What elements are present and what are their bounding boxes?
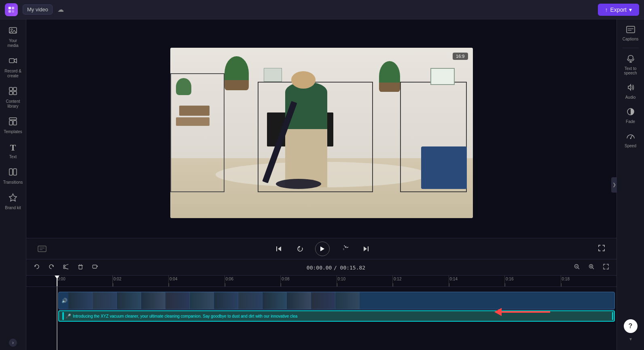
timeline-tracks: 🔊	[26, 287, 616, 350]
current-time: 00:00.00	[307, 265, 332, 271]
sidebar-label-templates: Templates	[4, 129, 22, 134]
sidebar-item-transitions[interactable]: Transitions	[2, 164, 24, 188]
right-sidebar-bottom: ? ▾	[624, 319, 638, 347]
svg-rect-1	[12, 6, 14, 9]
sidebar-label-your-media: Your media	[3, 38, 23, 48]
right-sidebar: Captions Text to speech	[616, 19, 644, 350]
timeline-toolbar: 00:00.00 / 00:15.82	[26, 259, 616, 276]
add-to-timeline-button[interactable]	[89, 262, 101, 273]
center-area: 16:9	[26, 19, 616, 350]
video-track-content[interactable]: 🔊	[58, 292, 615, 310]
export-chevron-icon: ▾	[629, 6, 632, 13]
right-sidebar-collapse-button[interactable]: ❯	[611, 177, 617, 193]
svg-rect-39	[93, 265, 97, 268]
right-label-audio: Audio	[625, 95, 636, 100]
right-item-audio[interactable]: Audio	[619, 80, 642, 103]
svg-point-57	[630, 138, 631, 139]
sidebar-item-record-create[interactable]: Record & create	[2, 53, 24, 82]
scissors-button[interactable]	[60, 262, 72, 273]
video-player[interactable]: 16:9	[170, 48, 473, 218]
right-item-fade[interactable]: Fade	[619, 104, 642, 127]
svg-rect-35	[79, 265, 82, 269]
playback-controls: 5 5	[26, 238, 616, 259]
svg-point-31	[64, 265, 65, 267]
sidebar-item-brand-kit[interactable]: Brand kit	[2, 190, 24, 214]
help-button[interactable]: ?	[624, 319, 638, 333]
video-track-row: 🔊	[26, 290, 616, 311]
svg-text:5: 5	[343, 248, 344, 250]
sidebar-item-your-media[interactable]: Your media	[2, 23, 24, 51]
svg-line-46	[593, 268, 594, 269]
fullscreen-button[interactable]	[595, 243, 608, 255]
record-icon	[8, 56, 17, 67]
svg-rect-17	[38, 246, 46, 252]
svg-rect-9	[9, 91, 13, 95]
svg-rect-8	[13, 87, 17, 91]
right-label-text-to-speech: Text to speech	[621, 66, 641, 75]
left-sidebar: Your media Record & create Content lib	[0, 19, 26, 350]
text-icon: T	[10, 142, 16, 153]
transitions-icon	[8, 168, 17, 178]
aspect-ratio-badge: 16:9	[453, 53, 468, 60]
svg-text:5: 5	[299, 248, 300, 250]
timecode-display: 00:00.00 / 00:15.82	[307, 264, 365, 271]
svg-rect-52	[628, 55, 633, 60]
caption-clip[interactable]: 🎤 Introducing the XYZ vacuum cleaner, yo…	[58, 310, 615, 322]
svg-rect-20	[276, 246, 277, 251]
play-pause-button[interactable]	[315, 242, 330, 256]
timecode-separator: /	[334, 265, 340, 271]
svg-rect-14	[9, 169, 13, 175]
fit-to-window-button[interactable]	[600, 262, 612, 273]
volume-icon: 🔊	[61, 298, 68, 303]
svg-rect-49	[627, 26, 635, 33]
captions-toggle-button[interactable]	[34, 244, 50, 254]
right-item-captions[interactable]: Captions	[619, 23, 642, 45]
redo-button[interactable]	[46, 262, 57, 273]
right-item-text-to-speech[interactable]: Text to speech	[619, 51, 642, 78]
svg-point-32	[64, 267, 65, 269]
export-button[interactable]: ↑ Export ▾	[598, 4, 639, 16]
timeline-ruler: 0:00 0:02 0:04 0:06	[26, 276, 616, 287]
video-clip[interactable]: 🔊	[58, 292, 615, 310]
svg-rect-3	[12, 10, 14, 12]
caption-text: Introducing the XYZ vacuum cleaner, your…	[73, 314, 297, 318]
caption-drag-handle-right[interactable]	[612, 312, 613, 320]
svg-rect-10	[13, 91, 17, 95]
right-item-speed[interactable]: Speed	[619, 129, 642, 151]
skip-to-start-button[interactable]	[272, 244, 285, 254]
caption-track-row: 🎤 Introducing the XYZ vacuum cleaner, yo…	[26, 311, 616, 327]
svg-rect-13	[13, 121, 17, 125]
svg-rect-27	[368, 246, 369, 251]
skip-to-end-button[interactable]	[360, 244, 373, 254]
svg-rect-12	[9, 121, 13, 125]
right-divider-1	[623, 48, 639, 48]
rewind-5s-button[interactable]: 5	[293, 244, 307, 254]
caption-drag-handle-left[interactable]	[62, 312, 64, 320]
video-preview-area: 16:9	[26, 19, 616, 238]
zoom-out-button[interactable]	[571, 262, 583, 273]
svg-marker-21	[278, 246, 281, 251]
sidebar-item-templates[interactable]: Templates	[2, 114, 24, 138]
sidebar-item-content-library[interactable]: Content library	[2, 83, 24, 112]
caption-track-content[interactable]: 🎤 Introducing the XYZ vacuum cleaner, yo…	[58, 310, 615, 328]
forward-5s-button[interactable]: 5	[338, 244, 352, 254]
sidebar-expand-button[interactable]: ›	[9, 339, 17, 347]
right-label-fade: Fade	[626, 119, 635, 124]
zoom-in-button[interactable]	[586, 262, 597, 273]
brand-kit-icon	[8, 193, 17, 204]
right-label-captions: Captions	[623, 37, 638, 41]
undo-button[interactable]	[31, 262, 42, 273]
svg-rect-15	[13, 169, 17, 175]
svg-marker-16	[9, 194, 17, 201]
svg-rect-6	[9, 59, 14, 63]
topbar: My video ☁ ↑ Export ▾	[0, 0, 644, 19]
svg-rect-7	[9, 87, 13, 91]
sidebar-item-text[interactable]: T Text	[2, 139, 24, 163]
right-label-speed: Speed	[625, 144, 636, 148]
project-title[interactable]: My video	[23, 4, 53, 15]
export-arrow-icon: ↑	[605, 6, 608, 13]
svg-line-43	[578, 268, 580, 269]
delete-button[interactable]	[75, 262, 86, 273]
sidebar-label-brand-kit: Brand kit	[5, 206, 21, 210]
svg-line-34	[65, 268, 68, 269]
